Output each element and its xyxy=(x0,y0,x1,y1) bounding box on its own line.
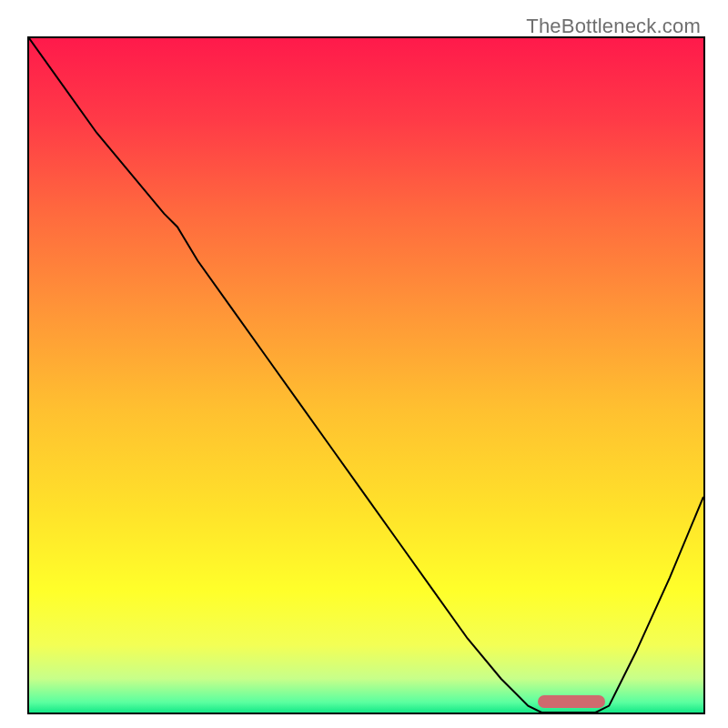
watermark-text: TheBottleneck.com xyxy=(526,15,701,38)
plot-area xyxy=(27,36,705,714)
chart-frame: TheBottleneck.com xyxy=(9,9,719,719)
bottleneck-curve xyxy=(29,38,703,713)
